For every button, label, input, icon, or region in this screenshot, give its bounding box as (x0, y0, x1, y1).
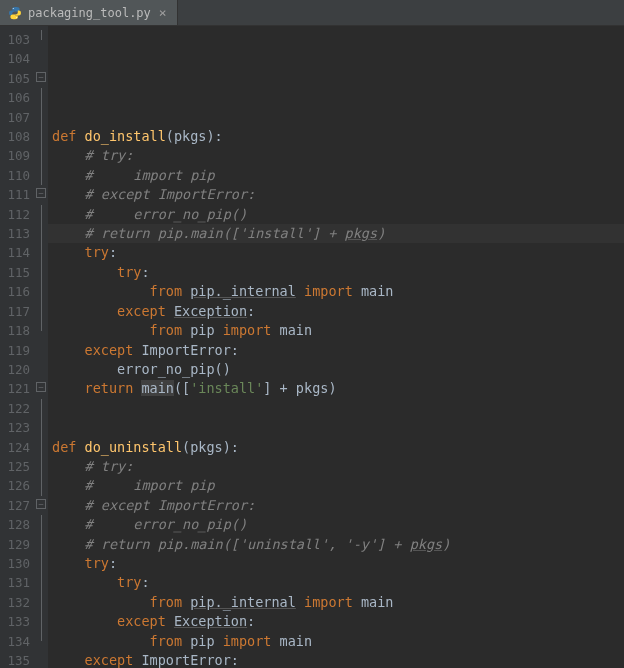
line-number: 128 (0, 515, 48, 534)
code-line[interactable]: from pip._internal import main (52, 593, 624, 612)
svg-point-0 (13, 7, 14, 8)
line-number: 125 (0, 457, 48, 476)
fold-guide (41, 457, 42, 476)
line-number: 106 (0, 88, 48, 107)
fold-guide (41, 321, 42, 331)
code-line[interactable]: try: (52, 243, 624, 262)
fold-guide (41, 146, 42, 165)
line-number: 134 (0, 632, 48, 651)
fold-guide (41, 30, 42, 40)
fold-guide (41, 263, 42, 282)
code-line[interactable]: def do_uninstall(pkgs): (52, 438, 624, 457)
tab-bar: packaging_tool.py × (0, 0, 624, 26)
code-line[interactable]: try: (52, 263, 624, 282)
line-number: 108 (0, 127, 48, 146)
code-line[interactable]: # except ImportError: (52, 185, 624, 204)
line-number: 124 (0, 438, 48, 457)
line-number: 127− (0, 496, 48, 515)
fold-guide (41, 302, 42, 321)
line-number-gutter: 103104105−106107108109110111−11211311411… (0, 26, 48, 668)
fold-guide (41, 476, 42, 495)
code-line[interactable]: except Exception: (52, 612, 624, 631)
code-line[interactable]: # try: (52, 146, 624, 165)
code-line[interactable]: # return pip.main(['install'] + pkgs) (52, 224, 624, 243)
fold-guide (41, 593, 42, 612)
line-number: 104 (0, 49, 48, 68)
code-line[interactable]: from pip._internal import main (52, 282, 624, 301)
line-number: 131 (0, 573, 48, 592)
code-line[interactable]: # try: (52, 457, 624, 476)
code-line[interactable]: from pip import main (52, 632, 624, 651)
line-number: 107 (0, 108, 48, 127)
line-number: 105− (0, 69, 48, 88)
line-number: 118 (0, 321, 48, 340)
line-number: 111− (0, 185, 48, 204)
line-number: 135 (0, 651, 48, 668)
line-number: 116 (0, 282, 48, 301)
fold-guide (41, 612, 42, 631)
line-number: 114 (0, 243, 48, 262)
fold-guide (41, 438, 42, 457)
code-line[interactable]: # import pip (52, 166, 624, 185)
line-number: 122 (0, 399, 48, 418)
python-file-icon (8, 6, 22, 20)
fold-guide (41, 243, 42, 262)
code-line[interactable]: # error_no_pip() (52, 515, 624, 534)
code-line[interactable]: # import pip (52, 476, 624, 495)
line-number: 117 (0, 302, 48, 321)
code-area[interactable]: def do_install(pkgs): # try: # import pi… (48, 26, 624, 668)
code-line[interactable] (52, 418, 624, 437)
code-line[interactable]: error_no_pip() (52, 360, 624, 379)
fold-guide (41, 554, 42, 573)
fold-guide (41, 224, 42, 243)
code-line[interactable]: # error_no_pip() (52, 205, 624, 224)
fold-guide (41, 418, 42, 437)
fold-toggle-icon[interactable]: − (36, 382, 46, 392)
fold-guide (41, 88, 42, 107)
fold-toggle-icon[interactable]: − (36, 499, 46, 509)
line-number: 112 (0, 205, 48, 224)
code-editor[interactable]: 103104105−106107108109110111−11211311411… (0, 26, 624, 668)
line-number: 130 (0, 554, 48, 573)
line-number: 115 (0, 263, 48, 282)
code-line[interactable]: try: (52, 573, 624, 592)
line-number: 121− (0, 379, 48, 398)
line-number: 126 (0, 476, 48, 495)
line-number: 113 (0, 224, 48, 243)
code-line[interactable] (52, 88, 624, 107)
line-number: 133 (0, 612, 48, 631)
code-line[interactable] (52, 108, 624, 127)
fold-toggle-icon[interactable]: − (36, 72, 46, 82)
code-line[interactable] (52, 399, 624, 418)
line-number: 109 (0, 146, 48, 165)
close-tab-button[interactable]: × (157, 5, 169, 20)
code-line[interactable]: except ImportError: (52, 341, 624, 360)
line-number: 103 (0, 30, 48, 49)
line-number: 132 (0, 593, 48, 612)
fold-guide (41, 632, 42, 642)
line-number: 110 (0, 166, 48, 185)
fold-guide (41, 108, 42, 127)
code-line[interactable]: # except ImportError: (52, 496, 624, 515)
fold-guide (41, 573, 42, 592)
tab-filename: packaging_tool.py (28, 6, 151, 20)
code-line[interactable]: try: (52, 554, 624, 573)
code-line[interactable]: return main(['install'] + pkgs) (52, 379, 624, 398)
svg-point-1 (16, 17, 17, 18)
code-line[interactable]: # return pip.main(['uninstall', '-y'] + … (52, 535, 624, 554)
fold-guide (41, 166, 42, 185)
fold-toggle-icon[interactable]: − (36, 188, 46, 198)
code-line[interactable]: def do_install(pkgs): (52, 127, 624, 146)
fold-guide (41, 127, 42, 146)
code-line[interactable]: except ImportError: (52, 651, 624, 668)
fold-guide (41, 205, 42, 224)
file-tab[interactable]: packaging_tool.py × (0, 0, 178, 25)
code-line[interactable]: from pip import main (52, 321, 624, 340)
line-number: 119 (0, 341, 48, 360)
code-line[interactable]: except Exception: (52, 302, 624, 321)
line-number: 123 (0, 418, 48, 437)
line-number: 120 (0, 360, 48, 379)
fold-guide (41, 515, 42, 534)
fold-guide (41, 282, 42, 301)
line-number: 129 (0, 535, 48, 554)
